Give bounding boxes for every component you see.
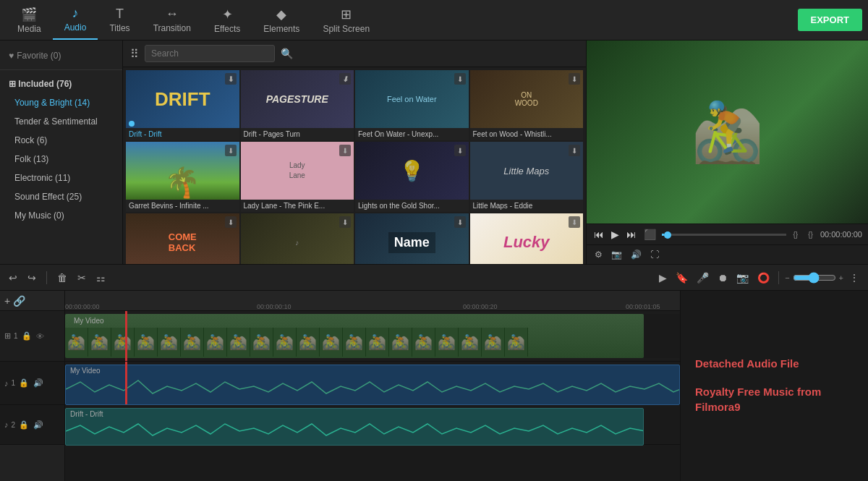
feet-water-label: Feet On Water - Unexp... (355, 128, 469, 140)
audio1-mute-button[interactable]: 🔊 (33, 378, 44, 388)
tl-undo-button[interactable]: ↩ (6, 271, 20, 285)
tl-camera-tl-button[interactable]: 📷 (733, 271, 752, 285)
sidebar-favorite[interactable]: ♥ Favorite (0) (0, 46, 122, 65)
zoom-slider[interactable] (793, 272, 836, 284)
timeline-area: ↩ ↪ 🗑 ✂ ⚏ ▶ 🔖 🎤 ⏺ 📷 ⭕ − + ⋮ + 🔗 (0, 264, 868, 481)
tl-bookmark-button[interactable]: 🔖 (673, 271, 691, 285)
tl-cut-button[interactable]: ✂ (75, 271, 89, 285)
tl-play-button[interactable]: ▶ (656, 271, 670, 285)
media-card-little[interactable]: Little Maps ⬇ Little Maps - Eddie (470, 142, 584, 212)
sidebar-young-bright[interactable]: Young & Bright (14) (0, 93, 122, 112)
media-card-name[interactable]: Name ⬇ Name (355, 213, 469, 264)
audio1-lock-button[interactable]: 🔒 (18, 378, 30, 388)
video-frame-9: 🚵 (250, 328, 273, 357)
preview-fullscreen-button[interactable]: ⛶ (648, 248, 661, 261)
tl-more-button[interactable]: ⋮ (846, 271, 862, 285)
lady-download-icon[interactable]: ⬇ (339, 145, 351, 156)
preview-settings-button[interactable]: ⚙ (592, 248, 605, 261)
prev-frame-button[interactable]: ⏮ (592, 227, 605, 242)
progress-track[interactable] (662, 234, 786, 236)
tracks-and-labels: 00:00:00:00 00:00:00:10 00:00:00:20 00:0… (65, 291, 868, 481)
ruler-mark-3: 00:00:01:05 (626, 303, 660, 310)
play-button[interactable]: ▶ (610, 227, 621, 242)
little-download-icon[interactable]: ⬇ (569, 145, 580, 156)
sidebar-folk[interactable]: Folk (13) (0, 150, 122, 169)
media-card-row3b[interactable]: ♪ ⬇ Track (241, 213, 354, 264)
add-track-button[interactable]: + (4, 295, 10, 307)
heart-icon: ♥ (9, 51, 14, 61)
media-card-drift[interactable]: DRIFT ⬇ Drift - Drift (126, 70, 239, 140)
lights-download-icon[interactable]: ⬇ (454, 145, 466, 156)
media-card-garret[interactable]: 🌴 ⬇ Garret Bevins - Infinite ... (126, 142, 239, 212)
video-frame-17: 🚵 (435, 328, 459, 357)
video-frame-18: 🚵 (459, 328, 482, 357)
active-indicator (129, 121, 135, 127)
video-frame-15: 🚵 (389, 328, 412, 357)
video-frame-20: 🚵 (505, 328, 528, 357)
audio1-clip[interactable]: My Video (65, 365, 680, 405)
video-frame-6: 🚵 (181, 328, 204, 357)
tl-record-button[interactable]: ⏺ (715, 271, 731, 285)
nav-elements[interactable]: ◆ Elements (252, 0, 311, 40)
tl-mic-button[interactable]: 🎤 (694, 271, 712, 285)
name-download-icon[interactable]: ⬇ (454, 216, 466, 228)
stop-button[interactable]: ⬛ (642, 227, 658, 242)
tl-redo-button[interactable]: ↪ (25, 271, 39, 285)
feet-water-text: Feel on Water (387, 95, 437, 103)
video-lock-button[interactable]: 🔒 (21, 331, 33, 341)
nav-effects[interactable]: ✦ Effects (203, 0, 252, 40)
preview-volume-button[interactable]: 🔊 (629, 248, 644, 261)
media-card-feet-water[interactable]: Feel on Water ⬇ Feet On Water - Unexp... (355, 70, 469, 140)
nav-split-screen[interactable]: ⊞ Split Screen (311, 0, 381, 40)
audio2-clip[interactable]: Drift - Drift (65, 408, 644, 446)
link-track-button[interactable]: 🔗 (13, 295, 25, 307)
media-card-feet-wood[interactable]: ONWOOD ⬇ Feet on Wood - Whistli... (470, 70, 584, 140)
audio2-mute-button[interactable]: 🔊 (33, 420, 44, 430)
audio2-lock-button[interactable]: 🔒 (18, 420, 30, 430)
nav-media[interactable]: 🎬 Media (6, 0, 53, 40)
pages-download-icon[interactable]: ⬇ (339, 73, 351, 85)
tl-separator-2 (778, 271, 779, 284)
nav-audio[interactable]: ♪ Audio (53, 0, 98, 40)
media-card-lady[interactable]: LadyLane ⬇ Lady Lane - The Pink E... (241, 142, 354, 212)
sidebar-tender[interactable]: Tender & Sentimental (0, 112, 122, 131)
preview-bottom-bar: ⚙ 📷 🔊 ⛶ (587, 244, 868, 264)
video-track-num: ⊞ (4, 331, 11, 341)
video-frame-13: 🚵 (343, 328, 366, 357)
comeback-download-icon[interactable]: ⬇ (225, 216, 237, 228)
video-eye-button[interactable]: 👁 (35, 331, 45, 341)
search-input[interactable] (145, 45, 275, 62)
row3b-download-icon[interactable]: ⬇ (339, 216, 351, 228)
lucky-download-icon[interactable]: ⬇ (569, 216, 580, 228)
export-button[interactable]: EXPORT (798, 9, 862, 31)
little-text: Little Maps (503, 166, 549, 176)
next-frame-button[interactable]: ⏭ (625, 227, 638, 242)
sidebar-included[interactable]: ⊞ Included (76) (0, 75, 122, 93)
media-icon: 🎬 (21, 7, 37, 22)
sidebar-rock[interactable]: Rock (6) (0, 131, 122, 150)
content-toolbar: ⠿ 🔍 (123, 41, 586, 67)
tl-filter-button[interactable]: ⚏ (93, 271, 109, 285)
video-clip[interactable]: My Video 🚵 🚵 🚵 🚵 🚵 🚵 🚵 🚵 🚵 🚵 (65, 314, 644, 358)
feet-wood-download-icon[interactable]: ⬇ (569, 73, 580, 85)
search-button[interactable]: 🔍 (281, 48, 293, 59)
audio1-track-label: ♪ 1 🔒 🔊 (0, 362, 64, 405)
media-card-pages[interactable]: PAGESTURE ⬇ Drift - Pages Turn (241, 70, 354, 140)
media-card-lights[interactable]: 💡 ⬇ Lights on the Gold Shor... (355, 142, 469, 212)
feet-water-download-icon[interactable]: ⬇ (454, 73, 466, 85)
preview-camera-button[interactable]: 📷 (609, 248, 624, 261)
media-card-comeback[interactable]: COMEBACK ⬇ Come Back (126, 213, 239, 264)
sidebar-my-music[interactable]: My Music (0) (0, 206, 122, 225)
grid-view-button[interactable]: ⠿ (130, 47, 139, 61)
tl-circle-button[interactable]: ⭕ (754, 271, 773, 285)
nav-titles[interactable]: T Titles (98, 0, 141, 40)
right-labels: Detached Audio File Royalty Free Music f… (680, 291, 868, 481)
sidebar-sound-effect[interactable]: Sound Effect (25) (0, 187, 122, 206)
nav-transition[interactable]: ↔ Transition (142, 0, 203, 40)
pages-label: Drift - Pages Turn (241, 128, 354, 140)
sidebar-electronic[interactable]: Electronic (11) (0, 169, 122, 187)
media-card-lucky[interactable]: Lucky ⬇ Lucky (470, 213, 584, 264)
garret-download-icon[interactable]: ⬇ (225, 145, 237, 156)
download-icon[interactable]: ⬇ (225, 73, 237, 85)
tl-delete-button[interactable]: 🗑 (54, 271, 70, 285)
